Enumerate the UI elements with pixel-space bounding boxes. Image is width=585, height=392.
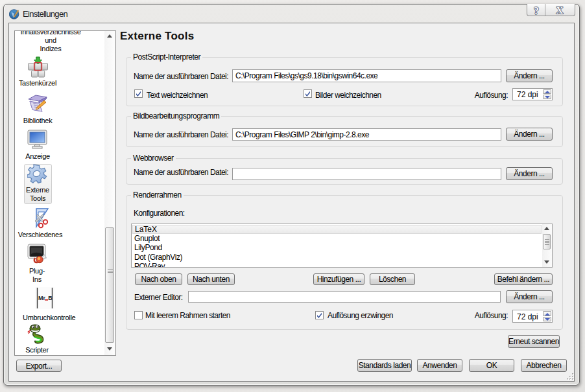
svg-text:Mr: Mr xyxy=(38,295,45,301)
svg-text:X: X xyxy=(556,5,564,16)
svg-text:B: B xyxy=(48,295,53,301)
svg-text:?: ? xyxy=(534,5,539,16)
